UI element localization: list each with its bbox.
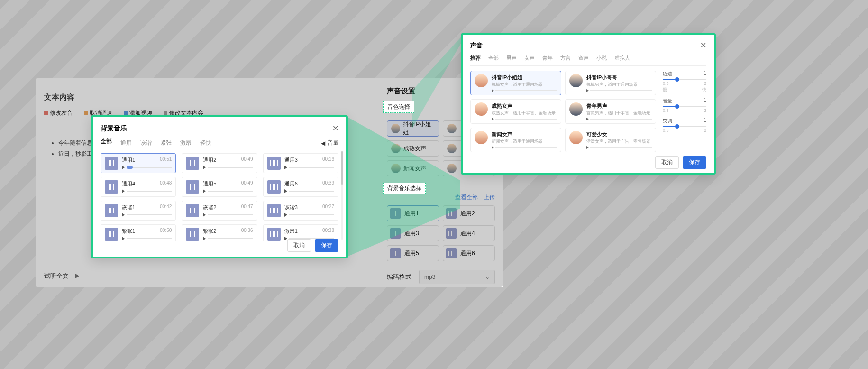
save-button[interactable]: 保存 bbox=[683, 156, 706, 169]
tab-tense[interactable]: 紧张 bbox=[160, 139, 172, 147]
voice-card[interactable]: 抖音IP小哥哥机械男声，适用于通用场景 bbox=[565, 71, 656, 95]
play-icon[interactable] bbox=[122, 166, 125, 169]
close-icon[interactable]: ✕ bbox=[700, 41, 706, 50]
tab-voice[interactable]: 童声 bbox=[578, 55, 589, 65]
tab-all[interactable]: 全部 bbox=[101, 138, 112, 148]
voice-card[interactable]: 成熟女声成熟女声，适用于零售、金融场景 bbox=[470, 99, 561, 124]
tab-light[interactable]: 轻快 bbox=[200, 139, 211, 147]
track-item[interactable]: 紧张200:36 bbox=[182, 224, 257, 241]
track-name: 通用4 bbox=[122, 180, 135, 187]
pause-slider[interactable]: 突调1 0.52 bbox=[663, 118, 706, 133]
speed-slider[interactable]: 语速1 0.52 慢快 bbox=[663, 71, 706, 93]
track-name: 通用2 bbox=[203, 157, 216, 164]
tab-voice[interactable]: 小说 bbox=[596, 55, 607, 65]
play-icon[interactable] bbox=[586, 89, 589, 92]
progress-bar[interactable] bbox=[127, 191, 172, 192]
bgm-chip[interactable]: 通用3 bbox=[387, 225, 439, 241]
track-item[interactable]: 诙谐200:47 bbox=[182, 201, 257, 221]
track-item[interactable]: 通用600:39 bbox=[263, 177, 338, 197]
progress-bar[interactable] bbox=[208, 214, 253, 215]
tab-voice[interactable]: 方言 bbox=[560, 55, 571, 65]
volume-control[interactable]: ◀ 音量 bbox=[321, 139, 338, 147]
track-item[interactable]: 紧张100:50 bbox=[101, 224, 176, 241]
upload-link[interactable]: 上传 bbox=[484, 194, 495, 202]
play-icon[interactable] bbox=[492, 89, 494, 92]
progress-bar[interactable] bbox=[590, 90, 652, 91]
tab-voice[interactable]: 男声 bbox=[506, 55, 517, 65]
progress-bar[interactable] bbox=[208, 238, 253, 239]
cancel-button[interactable]: 取消 bbox=[287, 239, 311, 252]
bgm-chip[interactable]: 通用2 bbox=[443, 205, 495, 221]
bgm-chip[interactable]: 通用6 bbox=[443, 245, 495, 261]
tab-voice[interactable]: 虚拟人 bbox=[614, 55, 630, 65]
track-item[interactable]: 通用300:16 bbox=[263, 153, 338, 173]
progress-bar[interactable] bbox=[289, 191, 334, 192]
track-item[interactable]: 诙谐100:42 bbox=[101, 201, 176, 221]
progress-bar[interactable] bbox=[289, 214, 334, 215]
play-icon[interactable] bbox=[122, 189, 125, 193]
play-icon[interactable] bbox=[284, 166, 287, 169]
tab-intense[interactable]: 激昂 bbox=[180, 139, 192, 147]
play-icon[interactable] bbox=[284, 237, 287, 240]
tab-voice[interactable]: 全部 bbox=[488, 55, 499, 65]
progress-bar[interactable] bbox=[127, 214, 172, 215]
play-icon[interactable] bbox=[203, 166, 206, 169]
cancel-button[interactable]: 取消 bbox=[655, 156, 679, 169]
play-icon[interactable] bbox=[75, 274, 79, 278]
bgm-chip[interactable]: 通用5 bbox=[387, 245, 439, 261]
track-item[interactable]: 通用500:49 bbox=[182, 177, 257, 197]
progress-bar[interactable] bbox=[127, 238, 172, 239]
play-icon[interactable] bbox=[284, 189, 287, 193]
play-icon[interactable] bbox=[284, 213, 287, 217]
progress-bar[interactable] bbox=[208, 191, 253, 192]
track-duration: 00:16 bbox=[322, 157, 334, 164]
voice-chip[interactable]: 新闻女声 bbox=[387, 160, 439, 176]
volume-slider[interactable]: 音量1 0.52 bbox=[663, 98, 706, 113]
tab-voice[interactable]: 女声 bbox=[524, 55, 535, 65]
tab-voice[interactable]: 青年 bbox=[542, 55, 553, 65]
track-item[interactable]: 通用200:49 bbox=[182, 153, 257, 173]
save-button[interactable]: 保存 bbox=[315, 239, 338, 252]
close-icon[interactable]: ✕ bbox=[332, 124, 338, 133]
progress-bar[interactable] bbox=[495, 90, 557, 91]
avatar-icon bbox=[391, 124, 400, 133]
play-icon[interactable] bbox=[122, 213, 125, 217]
progress-bar[interactable] bbox=[495, 147, 557, 148]
tab-recommended[interactable]: 推荐 bbox=[470, 55, 481, 65]
progress-bar[interactable] bbox=[590, 119, 652, 120]
preview-label: 试听全文 bbox=[44, 272, 69, 280]
encode-select[interactable]: mp3 ⌄ bbox=[419, 270, 495, 284]
play-icon[interactable] bbox=[203, 213, 206, 217]
track-item[interactable]: 通用400:48 bbox=[101, 177, 176, 197]
voice-card[interactable]: 可爱少女活泼女声，适用于广告、零售场景 bbox=[565, 128, 656, 152]
voice-card[interactable]: 青年男声首款男声，适用于零售、金融场景 bbox=[565, 99, 656, 124]
view-all-link[interactable]: 查看全部 bbox=[455, 194, 478, 202]
play-icon[interactable] bbox=[586, 118, 589, 120]
tab-funny[interactable]: 诙谐 bbox=[140, 139, 152, 147]
play-icon[interactable] bbox=[203, 189, 206, 193]
track-item[interactable]: 通用100:51 bbox=[101, 153, 176, 173]
play-icon[interactable] bbox=[492, 146, 494, 149]
scrollbar[interactable] bbox=[341, 151, 343, 240]
voice-card[interactable]: 抖音IP小姐姐机械女声，适用于通用场景 bbox=[470, 71, 561, 95]
play-icon[interactable] bbox=[586, 146, 589, 149]
progress-bar[interactable] bbox=[590, 147, 652, 148]
voice-chip[interactable]: 成熟女声 bbox=[387, 140, 439, 157]
voice-chip[interactable]: 抖音IP小姐姐 bbox=[387, 120, 439, 137]
waveform-icon bbox=[105, 157, 118, 170]
track-name: 诙谐1 bbox=[122, 204, 135, 211]
progress-bar[interactable] bbox=[127, 167, 172, 168]
progress-bar[interactable] bbox=[495, 119, 557, 120]
play-icon[interactable] bbox=[203, 237, 206, 240]
tab-general[interactable]: 通用 bbox=[120, 139, 132, 147]
bgm-chip[interactable]: 通用1 bbox=[387, 205, 439, 221]
bgm-chip[interactable]: 通用4 bbox=[443, 225, 495, 241]
progress-bar[interactable] bbox=[208, 167, 253, 168]
voice-card[interactable]: 新闻女声新闻女声，适用于通用场景 bbox=[470, 128, 561, 152]
track-name: 通用6 bbox=[284, 180, 298, 187]
play-icon[interactable] bbox=[492, 118, 494, 120]
track-item[interactable]: 诙谐300:27 bbox=[263, 201, 338, 221]
edit-pronounce-button[interactable]: 修改发音 bbox=[44, 109, 73, 117]
play-icon[interactable] bbox=[122, 237, 125, 240]
progress-bar[interactable] bbox=[289, 167, 334, 168]
